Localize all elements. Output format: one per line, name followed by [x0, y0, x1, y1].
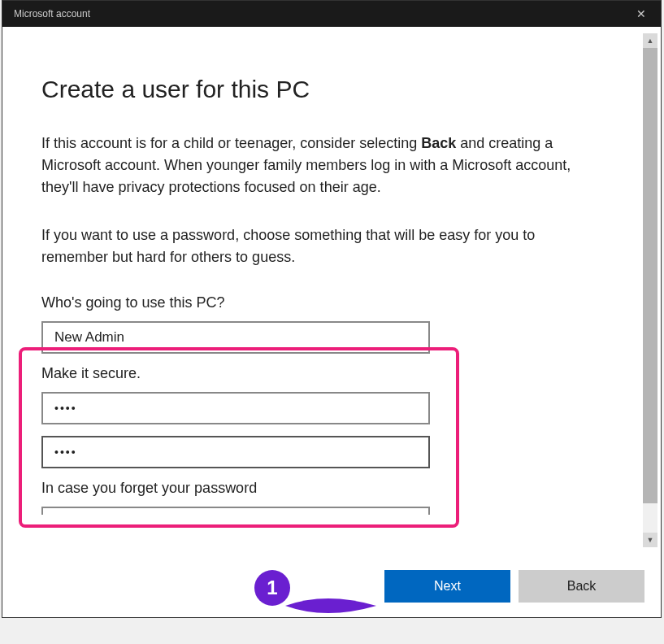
password-confirm-value: •••• — [54, 446, 77, 459]
dialog-window: Microsoft account ✕ Create a user for th… — [2, 0, 662, 618]
annotation-number: 1 — [267, 577, 277, 599]
page-title: Create a user for this PC — [41, 76, 604, 103]
username-label: Who's going to use this PC? — [41, 294, 604, 311]
window-title: Microsoft account — [11, 8, 90, 20]
password-input[interactable]: •••• — [41, 392, 430, 424]
scroll-down-arrow-icon[interactable]: ▼ — [643, 533, 657, 547]
password-confirm-input[interactable]: •••• — [41, 436, 430, 468]
password-value: •••• — [54, 402, 77, 415]
username-input[interactable]: New Admin — [41, 321, 430, 354]
annotation-pointer: 1 — [254, 570, 285, 606]
scroll-up-arrow-icon[interactable]: ▲ — [643, 33, 657, 48]
intro-paragraph-2: If you want to use a password, choose so… — [41, 224, 604, 268]
scrollbar-thumb[interactable] — [643, 48, 657, 503]
close-icon[interactable]: ✕ — [630, 4, 653, 24]
username-value: New Admin — [54, 329, 124, 346]
annotation-number-badge: 1 — [254, 570, 290, 606]
content-area: Create a user for this PC If this accoun… — [2, 27, 661, 547]
scrollbar[interactable]: ▲ ▼ — [643, 33, 657, 547]
intro-text-pre: If this account is for a child or teenag… — [41, 135, 421, 151]
form-content: Create a user for this PC If this accoun… — [2, 27, 636, 531]
titlebar: Microsoft account ✕ — [2, 1, 661, 27]
footer-buttons: Next Back — [384, 570, 644, 603]
intro-paragraph-1: If this account is for a child or teenag… — [41, 133, 604, 198]
hint-section-label: In case you forget your password — [41, 480, 604, 497]
back-button[interactable]: Back — [519, 570, 644, 603]
password-section-label: Make it secure. — [41, 365, 604, 382]
security-question-input-partial[interactable] — [41, 507, 430, 515]
intro-bold-back: Back — [421, 135, 456, 151]
next-button[interactable]: Next — [384, 570, 510, 603]
